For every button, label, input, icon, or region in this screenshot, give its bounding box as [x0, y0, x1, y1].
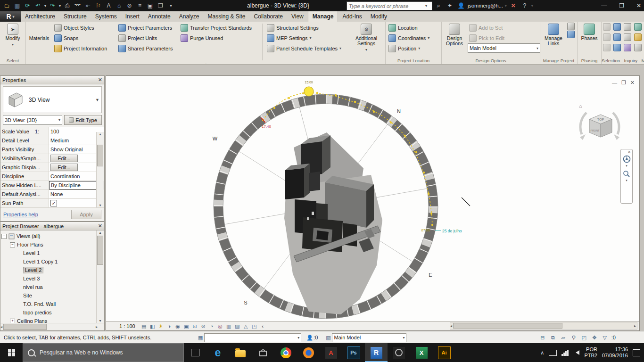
illustrator-app[interactable]: Ai: [433, 343, 455, 362]
property-row-show-hidden-lines[interactable]: Show Hidden L... By Discipline: [0, 181, 104, 190]
select-by-id-icon[interactable]: [613, 33, 621, 41]
help-caret-icon[interactable]: ▾: [531, 4, 533, 8]
viewcube[interactable]: ⌂ TOP FRONT: [575, 100, 624, 148]
tree-item-floor-plans[interactable]: − Floor Plans: [1, 240, 104, 249]
search-caret-icon[interactable]: ▾: [425, 4, 427, 8]
select-pinned-icon[interactable]: ⚲: [570, 334, 578, 341]
store-app[interactable]: [252, 343, 274, 362]
navbar-caret-icon[interactable]: ▾: [626, 164, 627, 168]
collapse-toolbar-icon[interactable]: ‹: [259, 323, 266, 330]
location-button[interactable]: Location: [387, 23, 439, 33]
tree-item-level-3[interactable]: Level 3: [1, 274, 104, 283]
type-selector-caret-icon[interactable]: ▼: [95, 98, 99, 102]
application-menu-button[interactable]: R▾: [0, 11, 21, 22]
purge-unused-button[interactable]: Purge Unused: [179, 33, 259, 43]
graphite-app[interactable]: [388, 343, 410, 362]
show-crop-region-icon[interactable]: ⊡: [191, 323, 198, 330]
exchange-apps-icon[interactable]: ✕: [509, 1, 518, 10]
zoom-caret-icon[interactable]: ▾: [626, 179, 627, 182]
volume-icon[interactable]: [573, 350, 579, 355]
print-icon[interactable]: ⎙: [62, 1, 72, 10]
scroll-down-icon[interactable]: ▾: [99, 203, 101, 207]
section-icon[interactable]: ⊘: [124, 1, 134, 10]
drawing-area-3d-view[interactable]: N W E S: [106, 75, 640, 331]
modify-caret-icon[interactable]: ▾: [12, 42, 14, 47]
coordinates-button[interactable]: Coordinates▾: [387, 33, 439, 43]
task-view-button[interactable]: [184, 343, 206, 362]
tray-chevron-icon[interactable]: ∧: [540, 350, 544, 356]
edge-app[interactable]: e: [206, 343, 229, 362]
properties-header[interactable]: Properties ✕: [0, 76, 104, 84]
tab-structure[interactable]: Structure: [59, 11, 91, 22]
scroll-left-icon[interactable]: ◂: [0, 325, 2, 329]
view-minimize-icon[interactable]: —: [612, 80, 617, 86]
measure-icon[interactable]: ⌤: [73, 1, 83, 10]
selection-filter-icon[interactable]: ▽: [601, 334, 609, 341]
shadows-toggle-icon[interactable]: ◑: [166, 323, 173, 330]
aligned-dimension-icon[interactable]: ⇤: [83, 1, 93, 10]
chrome-app[interactable]: [274, 343, 297, 362]
zoom-icon[interactable]: [623, 170, 630, 178]
taskbar-search-input[interactable]: [39, 349, 173, 356]
redo-caret-icon[interactable]: ▾: [58, 1, 62, 10]
manage-links-button[interactable]: Manage Links: [542, 23, 565, 46]
sync-icon[interactable]: ⟳: [23, 1, 33, 10]
tree-item-level-1-copy-1[interactable]: Level 1 Copy 1: [1, 257, 104, 266]
file-explorer-app[interactable]: [229, 343, 252, 362]
signin-caret-icon[interactable]: ▾: [505, 4, 507, 8]
start-button[interactable]: [0, 343, 23, 362]
scroll-thumb[interactable]: [453, 323, 562, 329]
additional-settings-button[interactable]: ⚙ Additional Settings ▾: [353, 23, 380, 52]
crop-view-icon[interactable]: ▣: [183, 323, 190, 330]
save-icon[interactable]: ▥: [12, 1, 22, 10]
view-restore-icon[interactable]: ❐: [621, 80, 626, 86]
editing-requests-icon[interactable]: 👤: [306, 334, 314, 341]
edit-type-button[interactable]: Edit Type: [64, 115, 102, 125]
design-options-dropdown[interactable]: Main Model ▾: [332, 333, 406, 342]
scale-control[interactable]: 1 : 100: [119, 323, 135, 329]
structural-settings-button[interactable]: Structural Settings: [265, 23, 351, 33]
property-row-default-analysis[interactable]: Default Analysi... None: [0, 190, 104, 199]
project-browser-close-icon[interactable]: ✕: [98, 223, 102, 229]
detail-level-icon[interactable]: ▤: [140, 323, 148, 330]
phases-button[interactable]: Phases: [579, 23, 600, 41]
scroll-up-icon[interactable]: ▴: [99, 230, 101, 235]
minimize-button[interactable]: —: [601, 2, 607, 9]
network-icon[interactable]: [561, 350, 569, 356]
scroll-thumb[interactable]: [97, 236, 103, 265]
tab-annotate[interactable]: Annotate: [144, 11, 175, 22]
expand-icon[interactable]: +: [10, 319, 15, 323]
design-options-button[interactable]: Design Options: [443, 23, 466, 46]
sign-in-control[interactable]: 👤 jsommerg@h... ▾: [456, 1, 507, 10]
tree-item-level-2[interactable]: Level 2: [1, 266, 104, 274]
tab-insert[interactable]: Insert: [121, 11, 144, 22]
collapse-icon[interactable]: −: [10, 242, 15, 247]
object-styles-button[interactable]: Object Styles: [53, 23, 115, 33]
panel-schedule-templates-button[interactable]: Panel Schedule Templates▾: [265, 43, 351, 53]
properties-close-icon[interactable]: ✕: [98, 77, 102, 83]
steering-wheel-icon[interactable]: [623, 155, 631, 163]
worksets-dropdown[interactable]: ▾: [204, 333, 301, 342]
excel-app[interactable]: X: [410, 343, 433, 362]
infocenter-search[interactable]: ▾: [347, 1, 432, 10]
navigation-bar[interactable]: ✕ ▾ ▾: [620, 149, 633, 204]
position-button[interactable]: Position▾: [387, 43, 439, 53]
select-underlay-icon[interactable]: ▱: [560, 334, 567, 341]
exclude-options-icon[interactable]: ⊟: [539, 334, 546, 341]
type-selector[interactable]: 3D View ▼: [3, 86, 102, 113]
tab-addins[interactable]: Add-Ins: [338, 11, 366, 22]
tab-view[interactable]: View: [287, 11, 308, 22]
scroll-down-icon[interactable]: ▾: [99, 319, 101, 323]
subscription-icon[interactable]: ✦: [445, 1, 454, 10]
review-warnings-icon[interactable]: [613, 44, 621, 51]
select-links-icon[interactable]: ⧉: [549, 334, 557, 341]
firefox-app[interactable]: [297, 343, 320, 362]
scroll-right-icon[interactable]: ▸: [634, 324, 636, 328]
drag-on-selection-icon[interactable]: ✥: [591, 334, 598, 341]
coordinates-caret-icon[interactable]: ▾: [428, 36, 429, 40]
reveal-hidden-elements-icon[interactable]: ◎: [217, 323, 224, 330]
browser-hscrollbar[interactable]: ◂ ▸: [0, 323, 104, 330]
revit-app[interactable]: R: [365, 343, 388, 362]
tree-item-level-1[interactable]: Level 1: [1, 249, 104, 257]
property-row-detail-level[interactable]: Detail Level Medium: [0, 136, 104, 145]
